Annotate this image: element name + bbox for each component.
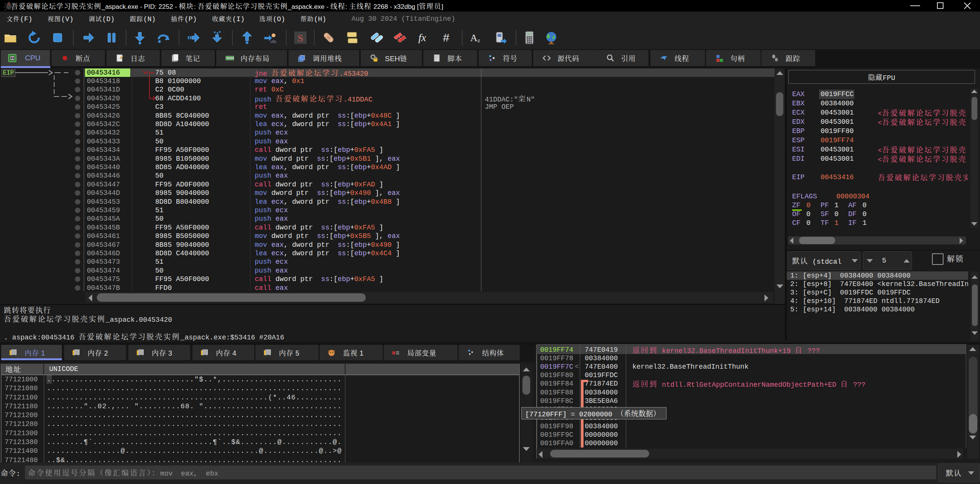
svg-text:fx: fx xyxy=(418,32,426,43)
svg-text:#: # xyxy=(443,31,449,44)
svg-text:z: z xyxy=(478,37,480,43)
svg-text:32: 32 xyxy=(7,2,11,6)
svg-text:A: A xyxy=(470,32,478,43)
svg-text:S: S xyxy=(298,33,303,44)
